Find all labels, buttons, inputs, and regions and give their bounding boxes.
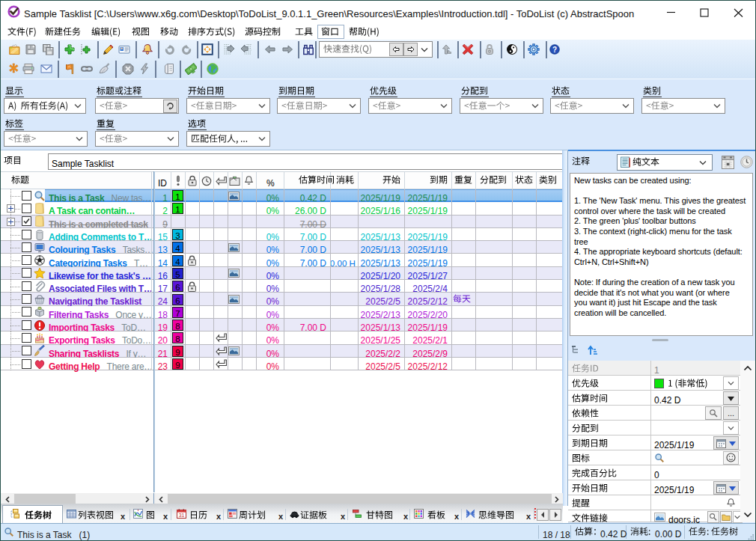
- svg-text:31: 31: [179, 513, 185, 518]
- svg-text:?: ?: [552, 46, 557, 54]
